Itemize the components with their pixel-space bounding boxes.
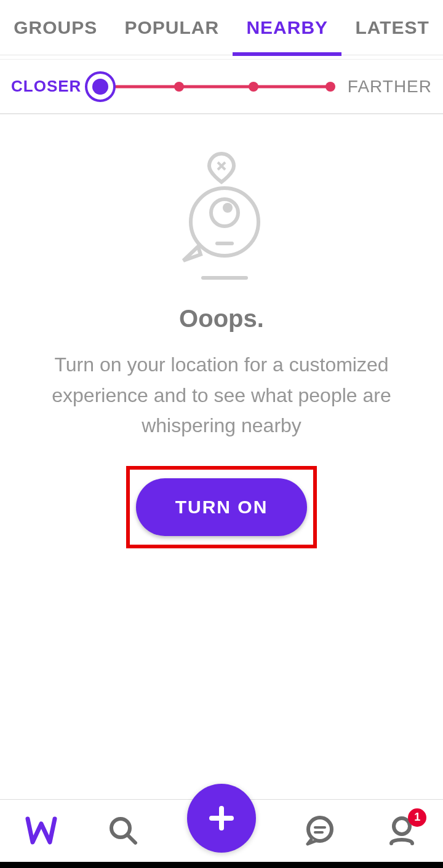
empty-state: Ooops. Turn on your location for a custo… (0, 114, 443, 548)
chat-icon (305, 815, 335, 846)
top-tabs: GROUPS POPULAR NEARBY LATEST (0, 0, 443, 55)
svg-point-3 (211, 199, 238, 226)
distance-slider[interactable] (85, 71, 332, 102)
bottom-nav: 1 (0, 799, 443, 861)
slider-handle-inner (92, 79, 108, 95)
svg-point-14 (394, 818, 410, 834)
plus-icon (208, 805, 235, 832)
bottom-edge (0, 862, 443, 868)
nav-profile[interactable]: 1 (383, 812, 420, 849)
slider-line (102, 85, 332, 88)
nav-home[interactable] (23, 812, 60, 849)
turn-on-button[interactable]: TURN ON (136, 478, 308, 536)
search-icon (108, 816, 138, 845)
tab-latest[interactable]: LATEST (348, 0, 436, 55)
highlight-box: TURN ON (126, 466, 317, 548)
slider-handle[interactable] (85, 71, 116, 102)
empty-title: Ooops. (0, 305, 443, 333)
location-off-illustration-icon (172, 151, 271, 280)
nav-add[interactable] (187, 784, 256, 853)
svg-point-11 (308, 818, 332, 841)
slider-step-dot (325, 82, 335, 92)
tab-groups[interactable]: GROUPS (6, 0, 105, 55)
notification-badge: 1 (408, 808, 426, 827)
tab-nearby[interactable]: NEARBY (239, 0, 335, 55)
svg-line-8 (128, 835, 135, 843)
empty-illustration (0, 151, 443, 280)
whisper-logo-icon (24, 815, 58, 846)
empty-body: Turn on your location for a customized e… (0, 350, 443, 441)
tab-popular[interactable]: POPULAR (117, 0, 226, 55)
farther-label: FARTHER (348, 77, 432, 97)
nav-chat[interactable] (301, 812, 338, 849)
slider-step-dot (249, 82, 258, 92)
svg-point-4 (223, 203, 233, 213)
closer-label: CLOSER (11, 77, 81, 96)
nav-search[interactable] (105, 812, 142, 849)
slider-step-dot (174, 82, 184, 92)
distance-slider-bar: CLOSER FARTHER (0, 59, 443, 114)
